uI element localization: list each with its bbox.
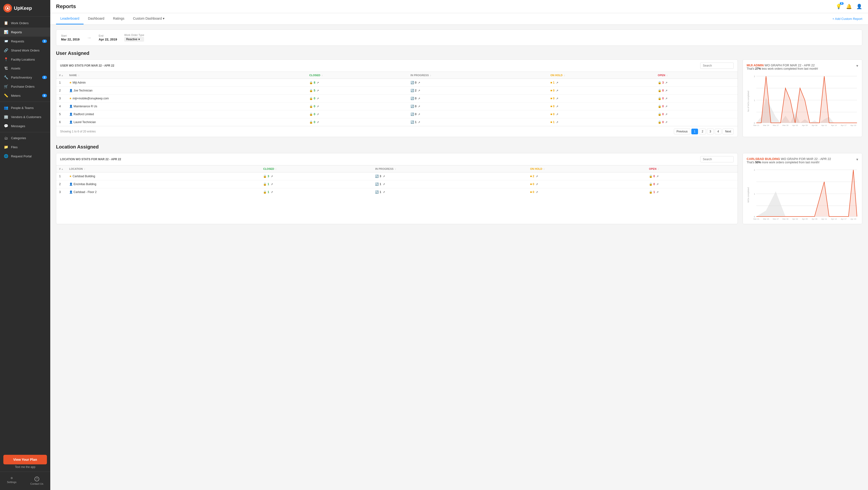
reports-icon: 📊 (3, 30, 9, 34)
location-stats-table-card: LOCATION WO STATS FOR MAR 22 - APR 22 #▲… (56, 153, 738, 224)
svg-text:Apr 02: Apr 02 (793, 218, 798, 220)
location-graph-collapse-icon[interactable]: ▾ (856, 157, 858, 162)
next-page-button[interactable]: Next (722, 129, 734, 134)
graph-collapse-icon[interactable]: ▾ (856, 63, 858, 68)
col-in-progress[interactable]: IN PROGRESS ↕ (408, 72, 548, 79)
loc-col-open[interactable]: OPEN ↕ (646, 165, 738, 173)
tab-ratings[interactable]: Ratings (109, 13, 128, 24)
filter-type-label: Work Order Type (124, 33, 144, 36)
svg-text:Apr 20: Apr 20 (850, 218, 856, 220)
user-assigned-section: USER WO STATS FOR MAR 22 - APR 22 #▲ NAM… (56, 59, 862, 137)
sidebar-item-purchase-orders[interactable]: 🛒 Purchase Orders (0, 82, 50, 91)
location-graph-card: CARLSBAD BUILDING WO GRAPH FOR MAR 22 - … (743, 153, 862, 224)
location-graph-name: CARLSBAD BUILDING (747, 157, 780, 161)
sidebar-nav: 📋 Work Orders 📊 Reports 📨 Requests 3 🔗 S… (0, 17, 50, 453)
location-stats-table-header: LOCATION WO STATS FOR MAR 22 - APR 22 (56, 153, 738, 165)
content-area: Start Mar 22, 2019 → End Apr 22, 2019 Wo… (50, 25, 868, 490)
loc-col-in-progress[interactable]: IN PROGRESS ↕ (372, 165, 527, 173)
bell-icon[interactable]: 🔔 (846, 4, 852, 9)
files-icon: 📁 (3, 145, 9, 149)
svg-text:WOs completed: WOs completed (747, 187, 749, 203)
sidebar-item-request-portal[interactable]: 🌐 Request Portal (0, 152, 50, 161)
app-name: UpKeep (14, 5, 32, 11)
user-stats-table-title: USER WO STATS FOR MAR 22 - APR 22 (60, 64, 114, 67)
col-name[interactable]: NAME ↕ (66, 72, 306, 79)
view-plan-button[interactable]: View Your Plan (3, 455, 47, 464)
sidebar-item-files[interactable]: 📁 Files (0, 143, 50, 152)
svg-text:Apr 14: Apr 14 (831, 218, 837, 220)
user-search-input[interactable] (700, 62, 734, 69)
sidebar-item-label: Facility Locations (11, 58, 47, 61)
filter-type-chip[interactable]: Reactive ▾ (124, 37, 144, 42)
user-stats-table-header: USER WO STATS FOR MAR 22 - APR 22 (56, 60, 738, 72)
filter-start-value: Mar 22, 2019 (61, 38, 80, 41)
sidebar-item-meters[interactable]: 📏 Meters 6 (0, 91, 50, 100)
user-graph-card: MIJI ADMIN WO GRAPH FOR MAR 22 - APR 22 … (743, 59, 862, 137)
sidebar-item-label: Work Orders (11, 21, 47, 25)
tabs-bar: Leaderboard Dashboard Ratings Custom Das… (50, 13, 868, 25)
col-open[interactable]: OPEN ↕ (655, 72, 738, 79)
topbar: Reports 💡 6 🔔 👤 (50, 0, 868, 13)
sidebar-item-facility-locations[interactable]: 📍 Facility Locations (0, 55, 50, 64)
sidebar-item-shared-work-orders[interactable]: 🔗 Shared Work Orders (0, 46, 50, 55)
sidebar-item-assets[interactable]: 🏗 Assets (0, 64, 50, 73)
prev-page-button[interactable]: Previous (674, 129, 690, 134)
user-table-footer: Showing 1 to 6 of 20 entries Previous 1 … (56, 126, 738, 137)
sidebar-item-reports[interactable]: 📊 Reports (0, 28, 50, 37)
svg-marker-32 (756, 191, 857, 216)
page-4-button[interactable]: 4 (715, 129, 722, 134)
svg-text:2: 2 (754, 75, 755, 78)
page-1-button[interactable]: 1 (691, 129, 698, 134)
loc-col-name[interactable]: LOCATION ↕ (66, 165, 260, 173)
user-avatar-icon[interactable]: 👤 (856, 4, 862, 9)
sidebar-item-work-orders[interactable]: 📋 Work Orders (0, 19, 50, 28)
user-graph-name: MIJI ADMIN (747, 63, 764, 67)
user-assigned-title: User Assigned (56, 51, 862, 56)
vendors-customers-icon: 🏢 (3, 115, 9, 119)
add-custom-report-link[interactable]: + Add Custom Report (832, 14, 862, 24)
sidebar-item-people-teams[interactable]: 👥 People & Teams (0, 103, 50, 112)
facility-locations-icon: 📍 (3, 57, 9, 62)
main-content: Reports 💡 6 🔔 👤 Leaderboard Dashboard Ra… (50, 0, 868, 490)
filter-end-label: End (99, 34, 117, 37)
purchase-orders-icon: 🛒 (3, 84, 9, 89)
location-graph-subtitle: That's 50% more work orders completed fr… (747, 161, 831, 164)
filter-end: End Apr 22, 2019 (99, 34, 117, 41)
location-graph-title-suffix: WO GRAPH FOR MAR 22 - APR 22 (780, 157, 831, 161)
settings-footer-item[interactable]: ⚙ Settings (5, 475, 19, 487)
sidebar-item-label: Categories (11, 136, 47, 140)
contact-footer-item[interactable]: ? Contact Us (29, 475, 45, 487)
location-assigned-section: LOCATION WO STATS FOR MAR 22 - APR 22 #▲… (56, 153, 862, 224)
sidebar-item-requests[interactable]: 📨 Requests 3 (0, 37, 50, 46)
topbar-icons: 💡 6 🔔 👤 (836, 4, 862, 9)
settings-icon: ⚙ (10, 477, 13, 480)
filter-type: Work Order Type Reactive ▾ (124, 33, 144, 42)
sidebar-item-messages[interactable]: 💬 Messages (0, 121, 50, 130)
sidebar-item-label: Assets (11, 67, 47, 70)
svg-text:Mar 24: Mar 24 (763, 218, 769, 220)
svg-text:1: 1 (754, 193, 755, 195)
page-3-button[interactable]: 3 (707, 129, 714, 134)
chevron-down-icon: ▾ (163, 17, 164, 20)
tab-custom-dashboard[interactable]: Custom Dashboard ▾ (128, 13, 169, 24)
sidebar-item-categories[interactable]: 🗂 Categories (0, 134, 50, 143)
user-showing-text: Showing 1 to 6 of 20 entries (60, 130, 96, 133)
sidebar-item-vendors-customers[interactable]: 🏢 Vendors & Customers (0, 112, 50, 121)
people-teams-icon: 👥 (3, 105, 9, 110)
loc-col-on-hold[interactable]: ON HOLD ↕ (527, 165, 646, 173)
col-rank: #▲ (56, 72, 66, 79)
tab-leaderboard[interactable]: Leaderboard (56, 13, 84, 24)
svg-text:Apr 11: Apr 11 (821, 124, 827, 126)
sidebar-item-parts-inventory[interactable]: 🔧 Parts/Inventory 2 (0, 73, 50, 82)
loc-col-closed[interactable]: CLOSED ↕ (260, 165, 372, 173)
col-closed[interactable]: CLOSED ↕ (306, 72, 408, 79)
user-pagination: Previous 1 2 3 4 Next (674, 129, 734, 134)
sidebar-footer: ⚙ Settings ? Contact Us (0, 471, 50, 490)
page-2-button[interactable]: 2 (699, 129, 706, 134)
notifications-icon[interactable]: 💡 6 (836, 4, 842, 9)
col-on-hold[interactable]: ON HOLD ↕ (548, 72, 655, 79)
tab-dashboard[interactable]: Dashboard (84, 13, 109, 24)
sidebar-item-label: Vendors & Customers (11, 115, 47, 119)
location-search-input[interactable] (700, 156, 734, 162)
request-portal-icon: 🌐 (3, 154, 9, 158)
